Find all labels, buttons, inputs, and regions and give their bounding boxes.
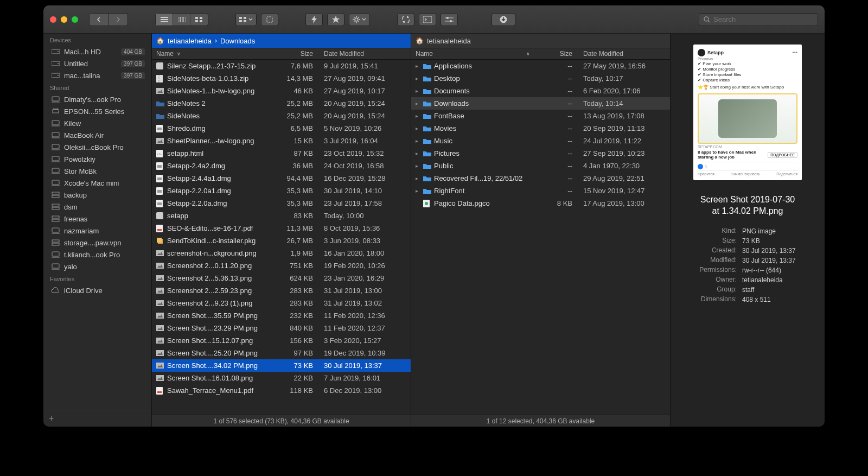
close-window-button[interactable]: [50, 16, 56, 23]
file-row[interactable]: ▸Public--4 Jan 1970, 22:30: [411, 160, 670, 172]
sidebar-item[interactable]: Dimaty's...ook Pro: [43, 93, 151, 105]
file-row[interactable]: Sawah_Terrace_Menu1.pdf118 KB6 Dec 2019,…: [152, 384, 411, 397]
sidebar-item[interactable]: dsm: [43, 201, 151, 213]
file-row[interactable]: Screenshot 2...0.11.20.png751 KB19 Feb 2…: [152, 259, 411, 272]
file-row[interactable]: setapp83 KBToday, 10:00: [152, 210, 411, 222]
file-row[interactable]: Screen Shot...15.12.07.png156 KB3 Feb 20…: [152, 334, 411, 347]
file-row[interactable]: ▸Pictures--27 Sep 2019, 10:23: [411, 147, 670, 160]
disclosure-triangle-icon[interactable]: ▸: [416, 163, 423, 169]
action-menu-button[interactable]: [349, 13, 370, 26]
sync-button[interactable]: [397, 13, 414, 26]
sidebar-item[interactable]: Untitled397 GB: [43, 58, 151, 69]
file-row[interactable]: ▸Documents--6 Feb 2020, 17:06: [411, 85, 670, 97]
sidebar-item[interactable]: yalo: [43, 261, 151, 272]
favorite-button[interactable]: [327, 13, 344, 26]
file-row[interactable]: ▸RightFont--15 Nov 2019, 12:47: [411, 185, 670, 197]
file-row[interactable]: Setapp-2.4a2.dmg36 MB24 Oct 2019, 16:58: [152, 160, 411, 172]
view-list-button[interactable]: [156, 14, 173, 26]
file-row[interactable]: </>setapp.html87 KB23 Oct 2019, 15:32: [152, 147, 411, 160]
file-row[interactable]: ▸FontBase--13 Aug 2019, 17:08: [411, 110, 670, 122]
crop-button[interactable]: [261, 13, 278, 26]
file-row[interactable]: Screenshot 2...5.36.13.png624 KB23 Jan 2…: [152, 272, 411, 284]
file-row[interactable]: Screenshot 2...2.59.23.png283 KB31 Jul 2…: [152, 284, 411, 297]
sidebar-item[interactable]: Oleksii...cBook Pro: [43, 141, 151, 153]
path-bar[interactable]: 🏠 tetianaleheida: [411, 34, 670, 48]
search-field[interactable]: [699, 13, 818, 26]
file-row[interactable]: SideNotes25,2 MB20 Aug 2019, 15:24: [152, 110, 411, 122]
sidebar-item[interactable]: mac...talina397 GB: [43, 69, 151, 81]
disclosure-triangle-icon[interactable]: ▸: [416, 88, 423, 94]
sidebar-add-button[interactable]: +: [43, 410, 151, 427]
disclosure-triangle-icon[interactable]: ▸: [416, 75, 423, 81]
file-row[interactable]: SideNotes-beta-1.0.13.zip14,3 MB27 Aug 2…: [152, 72, 411, 85]
file-row[interactable]: Screen Shot....35.59 PM.png232 KB11 Feb …: [152, 309, 411, 322]
back-button[interactable]: [89, 13, 108, 26]
file-row[interactable]: SheetPlanner...-tw-logo.png15 KB3 Jul 20…: [152, 135, 411, 147]
sidebar-item[interactable]: t.klianch...ook Pro: [43, 249, 151, 261]
file-row[interactable]: SideNotes 225,2 MB20 Aug 2019, 15:24: [152, 97, 411, 110]
disclosure-triangle-icon[interactable]: ▸: [416, 113, 423, 119]
sidebar-item[interactable]: storage....paw.vpn: [43, 237, 151, 249]
download-button[interactable]: [492, 13, 515, 26]
view-column-button[interactable]: [173, 14, 190, 26]
file-row[interactable]: ▸Desktop--Today, 10:17: [411, 72, 670, 85]
minimize-window-button[interactable]: [61, 16, 67, 23]
zoom-window-button[interactable]: [72, 16, 78, 23]
terminal-button[interactable]: [419, 13, 436, 26]
file-row[interactable]: Shredo.dmg6,5 MB5 Nov 2019, 10:26: [152, 122, 411, 135]
sidebar-item[interactable]: EPSON...55 Series: [43, 105, 151, 117]
sidebar-item[interactable]: MacBook Air: [43, 129, 151, 141]
file-row[interactable]: ▸Music--24 Jul 2019, 11:22: [411, 135, 670, 147]
file-row[interactable]: Setapp-2.4.4a1.dmg94,4 MB16 Dec 2019, 15…: [152, 172, 411, 185]
arrange-button[interactable]: [235, 13, 257, 26]
sidebar-item[interactable]: Kilew: [43, 117, 151, 129]
sidebar-item[interactable]: Stor McBk: [43, 165, 151, 177]
path-segment[interactable]: Downloads: [220, 37, 255, 45]
sidebar-item[interactable]: Powolzkiy: [43, 153, 151, 165]
sidebar-item[interactable]: Xcode's Mac mini: [43, 177, 151, 189]
file-row[interactable]: Pagico Data.pgco8 KB17 Aug 2019, 13:00: [411, 197, 670, 210]
file-row[interactable]: SEO-&-Edito...se-16-17.pdf11,3 MB8 Oct 2…: [152, 222, 411, 234]
settings-sliders-button[interactable]: [441, 13, 458, 26]
file-row[interactable]: ▸Applications--27 May 2019, 16:56: [411, 60, 670, 72]
sidebar-item[interactable]: backup: [43, 189, 151, 201]
file-row[interactable]: Silenz Setapp...21-37-15.zip7,6 MB9 Jul …: [152, 60, 411, 72]
search-input[interactable]: [713, 15, 813, 23]
path-segment[interactable]: tetianaleheida: [168, 37, 212, 45]
file-row[interactable]: Screen Shot....23.29 PM.png840 KB11 Feb …: [152, 322, 411, 334]
file-row[interactable]: ▸Recovered Fil...19, 22/51/02--29 Aug 20…: [411, 172, 670, 185]
column-size[interactable]: Size: [275, 50, 318, 58]
disclosure-triangle-icon[interactable]: ▸: [416, 63, 423, 69]
column-size[interactable]: Size: [534, 50, 578, 58]
disclosure-triangle-icon[interactable]: ▸: [416, 188, 423, 194]
column-date[interactable]: Date Modified: [318, 50, 411, 58]
sidebar-item[interactable]: Maci...h HD404 GB: [43, 46, 151, 58]
column-date[interactable]: Date Modified: [578, 50, 670, 58]
view-icon-button[interactable]: [190, 14, 208, 26]
file-row[interactable]: Screen Shot....25.20 PM.png97 KB19 Dec 2…: [152, 347, 411, 359]
file-row[interactable]: Setapp-2.2.0a.dmg35,3 MB23 Jul 2019, 17:…: [152, 197, 411, 210]
file-row[interactable]: Screen Shot....34.02 PM.png73 KB30 Jul 2…: [152, 359, 411, 372]
column-name[interactable]: Name ∧: [411, 50, 534, 58]
disclosure-triangle-icon[interactable]: ▸: [416, 100, 423, 106]
sidebar-item[interactable]: iCloud Drive: [43, 284, 151, 296]
forward-button[interactable]: [108, 13, 128, 26]
quick-action-button[interactable]: [305, 13, 323, 26]
file-row[interactable]: SideNotes-1...b-tw-logo.png46 KB27 Aug 2…: [152, 85, 411, 97]
file-row[interactable]: Screenshot 2...9.23 (1).png283 KB31 Jul …: [152, 297, 411, 309]
file-row[interactable]: screenshot-n...ckground.png1,9 MB16 Jan …: [152, 247, 411, 259]
file-row[interactable]: Setapp-2.2.0a1.dmg35,3 MB30 Jul 2019, 14…: [152, 185, 411, 197]
path-bar[interactable]: 🏠 tetianaleheida › Downloads: [152, 34, 411, 48]
file-row[interactable]: ▸Movies--20 Sep 2019, 11:13: [411, 122, 670, 135]
file-row[interactable]: SendToKindl...c-installer.pkg26,7 MB3 Ju…: [152, 234, 411, 247]
disclosure-triangle-icon[interactable]: ▸: [416, 175, 423, 181]
column-name[interactable]: Name ∨: [152, 50, 275, 58]
path-segment[interactable]: tetianaleheida: [427, 37, 471, 45]
disclosure-triangle-icon[interactable]: ▸: [416, 125, 423, 131]
sidebar-item[interactable]: freenas: [43, 213, 151, 225]
sidebar-item[interactable]: nazmariam: [43, 225, 151, 237]
file-row[interactable]: Screen Shot...16.01.08.png22 KB7 Jun 201…: [152, 372, 411, 384]
disclosure-triangle-icon[interactable]: ▸: [416, 138, 423, 144]
disclosure-triangle-icon[interactable]: ▸: [416, 150, 423, 156]
file-row[interactable]: ▸Downloads--Today, 10:14: [411, 97, 670, 110]
